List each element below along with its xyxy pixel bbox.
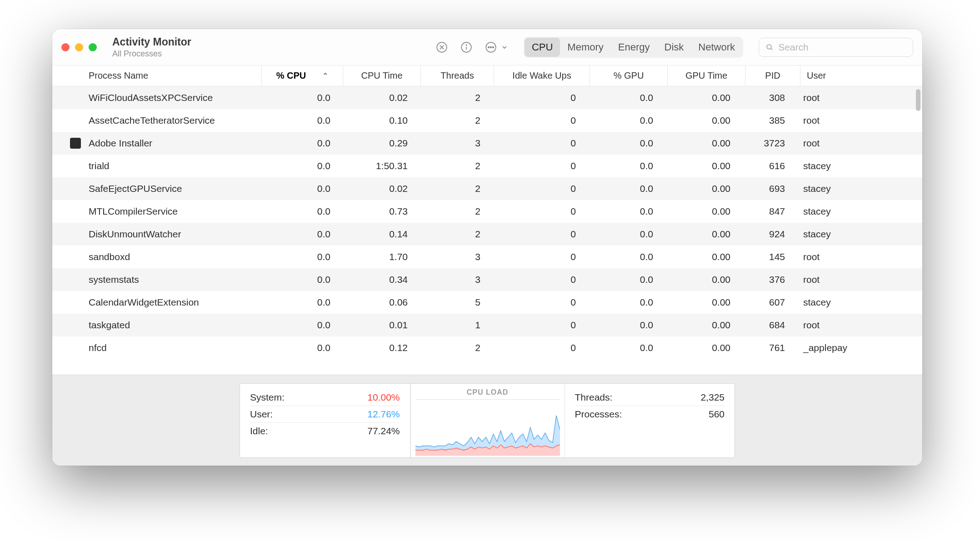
table-row[interactable]: DiskUnmountWatcher0.00.14200.00.00924sta… [52, 223, 922, 246]
cell-gpu-time: 0.00 [665, 92, 742, 103]
cell-cpu-time: 0.14 [342, 229, 420, 240]
cell-cpu: 0.0 [261, 92, 342, 103]
col-header-user[interactable]: User [800, 70, 887, 81]
cell-gpu-time: 0.00 [665, 161, 742, 171]
cell-gpu: 0.0 [588, 161, 665, 171]
system-label: System: [250, 392, 285, 403]
col-header-process-name[interactable]: Process Name [52, 70, 261, 81]
cell-gpu-time: 0.00 [665, 320, 742, 331]
cell-idle-wake: 0 [492, 297, 588, 308]
col-header-idle-wake[interactable]: Idle Wake Ups [494, 70, 590, 81]
cell-gpu: 0.0 [588, 320, 665, 331]
tab-memory[interactable]: Memory [560, 38, 610, 57]
window-subtitle: All Processes [112, 49, 191, 59]
cell-threads: 2 [420, 183, 492, 194]
cell-gpu: 0.0 [588, 251, 665, 262]
cell-user: root [797, 320, 883, 331]
cell-process-name: SafeEjectGPUService [52, 183, 261, 194]
table-row[interactable]: MTLCompilerService0.00.73200.00.00847sta… [52, 200, 922, 223]
col-header-pid[interactable]: PID [745, 70, 800, 81]
cell-user: stacey [797, 183, 883, 194]
process-table-body[interactable]: WiFiCloudAssetsXPCService0.00.02200.00.0… [52, 86, 922, 375]
zoom-window-button[interactable] [89, 43, 97, 51]
inspect-process-button[interactable] [458, 39, 475, 55]
table-row[interactable]: taskgated0.00.01100.00.00684root [52, 314, 922, 336]
cell-gpu: 0.0 [588, 138, 665, 149]
table-row[interactable]: systemstats0.00.34300.00.00376root [52, 268, 922, 291]
table-row[interactable]: AssetCacheTetheratorService0.00.10200.00… [52, 109, 922, 132]
table-row[interactable]: CalendarWidgetExtension0.00.06500.00.006… [52, 291, 922, 314]
cell-gpu: 0.0 [588, 206, 665, 217]
col-header-gpu-time[interactable]: GPU Time [668, 70, 745, 81]
cell-cpu-time: 0.02 [342, 183, 420, 194]
col-header-cpu-time[interactable]: CPU Time [343, 70, 420, 81]
col-header-threads[interactable]: Threads [421, 70, 494, 81]
cell-user: stacey [797, 229, 883, 240]
cell-cpu-time: 1:50.31 [342, 161, 420, 171]
scrollbar-thumb[interactable] [916, 89, 920, 111]
cell-idle-wake: 0 [492, 320, 588, 331]
idle-label: Idle: [250, 426, 268, 437]
column-headers: Process Name % CPU ⌃ CPU Time Threads Id… [52, 65, 922, 86]
cell-process-name: sandboxd [52, 251, 261, 262]
cell-process-name: CalendarWidgetExtension [52, 297, 261, 308]
cell-pid: 3723 [742, 138, 797, 149]
cell-idle-wake: 0 [492, 342, 588, 353]
table-row[interactable]: SafeEjectGPUService0.00.02200.00.00693st… [52, 177, 922, 200]
tab-cpu[interactable]: CPU [525, 38, 560, 57]
cell-gpu: 0.0 [588, 229, 665, 240]
cell-gpu: 0.0 [588, 92, 665, 103]
table-row[interactable]: Adobe Installer0.00.29300.00.003723root [52, 132, 922, 155]
cell-threads: 2 [420, 206, 492, 217]
cell-threads: 3 [420, 138, 492, 149]
close-window-button[interactable] [61, 43, 70, 51]
ellipsis-circle-icon [485, 41, 497, 53]
stop-icon [436, 41, 448, 53]
processes-value: 560 [709, 409, 725, 420]
cell-user: root [797, 251, 883, 262]
col-header-cpu[interactable]: % CPU ⌃ [262, 70, 343, 81]
search-field[interactable] [759, 38, 913, 57]
tab-network[interactable]: Network [691, 38, 742, 57]
cell-user: root [797, 138, 883, 149]
cell-threads: 3 [420, 274, 492, 285]
col-header-gpu[interactable]: % GPU [590, 70, 667, 81]
tab-energy[interactable]: Energy [611, 38, 657, 57]
table-row[interactable]: sandboxd0.01.70300.00.00145root [52, 246, 922, 268]
cell-idle-wake: 0 [492, 115, 588, 126]
cell-process-name: MTLCompilerService [52, 206, 261, 217]
cell-cpu-time: 0.12 [342, 342, 420, 353]
processes-label: Processes: [575, 409, 622, 420]
svg-point-5 [490, 46, 492, 48]
table-row[interactable]: WiFiCloudAssetsXPCService0.00.02200.00.0… [52, 86, 922, 109]
cell-pid: 924 [742, 229, 797, 240]
tab-disk[interactable]: Disk [657, 38, 691, 57]
cell-user: root [797, 274, 883, 285]
cell-gpu: 0.0 [588, 342, 665, 353]
cell-threads: 5 [420, 297, 492, 308]
cpu-load-title: CPU LOAD [467, 388, 509, 396]
cell-gpu-time: 0.00 [665, 183, 742, 194]
stop-process-button[interactable] [434, 39, 450, 55]
minimize-window-button[interactable] [75, 43, 83, 51]
cell-threads: 1 [420, 320, 492, 331]
table-row[interactable]: triald0.01:50.31200.00.00616stacey [52, 155, 922, 177]
cell-process-name: taskgated [52, 320, 261, 331]
cell-cpu-time: 0.10 [342, 115, 420, 126]
app-window: Activity Monitor All Processes CPU Memor… [52, 29, 922, 466]
cell-idle-wake: 0 [492, 274, 588, 285]
toolbar: Activity Monitor All Processes CPU Memor… [52, 29, 922, 65]
table-row[interactable]: nfcd0.00.12200.00.00761_applepay [52, 336, 922, 359]
cell-gpu-time: 0.00 [665, 229, 742, 240]
cell-threads: 3 [420, 251, 492, 262]
search-input[interactable] [778, 42, 906, 53]
options-menu-button[interactable] [483, 39, 508, 55]
cell-pid: 847 [742, 206, 797, 217]
cell-user: _applepay [797, 342, 883, 353]
cell-cpu-time: 0.34 [342, 274, 420, 285]
cell-pid: 145 [742, 251, 797, 262]
window-title: Activity Monitor [112, 36, 191, 48]
cell-threads: 2 [420, 342, 492, 353]
cell-gpu: 0.0 [588, 115, 665, 126]
cell-cpu: 0.0 [261, 161, 342, 171]
